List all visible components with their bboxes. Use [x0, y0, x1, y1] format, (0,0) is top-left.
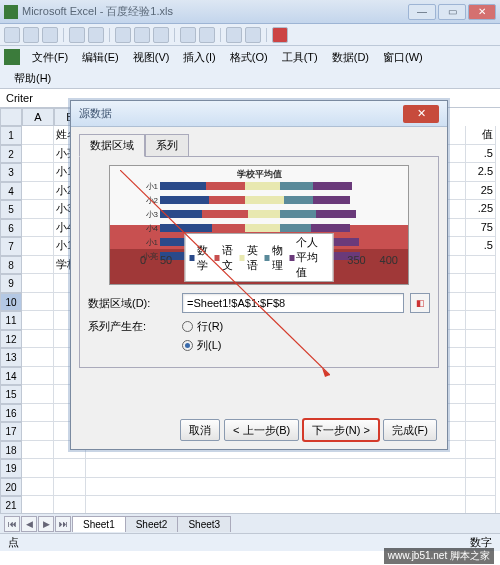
row-header[interactable]: 8	[0, 256, 22, 275]
cell[interactable]	[466, 422, 496, 441]
minimize-button[interactable]: —	[408, 4, 436, 20]
cell[interactable]	[86, 459, 466, 478]
new-icon[interactable]	[4, 27, 20, 43]
cell[interactable]	[466, 385, 496, 404]
row-header[interactable]: 20	[0, 478, 22, 497]
cell[interactable]	[22, 237, 54, 256]
menu-file[interactable]: 文件(F)	[26, 48, 74, 67]
sheet-tab[interactable]: Sheet3	[177, 516, 231, 532]
menu-window[interactable]: 窗口(W)	[377, 48, 429, 67]
cell[interactable]	[22, 348, 54, 367]
paste-icon[interactable]	[153, 27, 169, 43]
back-button[interactable]: < 上一步(B)	[224, 419, 299, 441]
dialog-close-button[interactable]: ✕	[403, 105, 439, 123]
cell[interactable]	[86, 478, 466, 497]
sheet-tab[interactable]: Sheet1	[72, 516, 126, 532]
cell[interactable]	[22, 385, 54, 404]
sheet-tab[interactable]: Sheet2	[125, 516, 179, 532]
cell[interactable]: 值	[466, 126, 496, 145]
tab-nav-first-icon[interactable]: ⏮	[4, 516, 20, 532]
undo-icon[interactable]	[180, 27, 196, 43]
cell[interactable]	[22, 256, 54, 275]
menu-data[interactable]: 数据(D)	[326, 48, 375, 67]
row-header[interactable]: 18	[0, 441, 22, 460]
menu-format[interactable]: 格式(O)	[224, 48, 274, 67]
cell[interactable]	[22, 200, 54, 219]
cell[interactable]	[54, 459, 86, 478]
row-header[interactable]: 9	[0, 274, 22, 293]
cell[interactable]: 75	[466, 219, 496, 238]
row-header[interactable]: 14	[0, 367, 22, 386]
cell[interactable]	[466, 274, 496, 293]
tab-nav-last-icon[interactable]: ⏭	[55, 516, 71, 532]
cell[interactable]	[22, 441, 54, 460]
cell[interactable]	[466, 256, 496, 275]
sort-icon[interactable]	[226, 27, 242, 43]
cell[interactable]	[466, 459, 496, 478]
next-button[interactable]: 下一步(N) >	[303, 419, 379, 441]
sum-icon[interactable]	[245, 27, 261, 43]
row-header[interactable]: 2	[0, 145, 22, 164]
cell[interactable]	[466, 441, 496, 460]
select-all-corner[interactable]	[0, 108, 22, 126]
cancel-button[interactable]: 取消	[180, 419, 220, 441]
row-header[interactable]: 6	[0, 219, 22, 238]
cell[interactable]	[54, 478, 86, 497]
cell[interactable]: .5	[466, 237, 496, 256]
cell[interactable]	[22, 459, 54, 478]
font-color-icon[interactable]	[272, 27, 288, 43]
cell[interactable]	[22, 478, 54, 497]
data-range-input[interactable]	[182, 293, 404, 313]
row-header[interactable]: 15	[0, 385, 22, 404]
save-icon[interactable]	[42, 27, 58, 43]
radio-columns[interactable]: 列(L)	[182, 338, 223, 353]
row-header[interactable]: 16	[0, 404, 22, 423]
cell[interactable]	[466, 367, 496, 386]
cell[interactable]	[466, 478, 496, 497]
copy-icon[interactable]	[134, 27, 150, 43]
cell[interactable]	[22, 496, 54, 515]
row-header[interactable]: 13	[0, 348, 22, 367]
cell[interactable]	[86, 496, 466, 515]
cell[interactable]	[22, 330, 54, 349]
tab-nav-next-icon[interactable]: ▶	[38, 516, 54, 532]
row-header[interactable]: 5	[0, 200, 22, 219]
cell[interactable]	[466, 293, 496, 312]
print-icon[interactable]	[69, 27, 85, 43]
row-header[interactable]: 19	[0, 459, 22, 478]
cell[interactable]	[22, 145, 54, 164]
name-box[interactable]: Criter	[6, 92, 33, 104]
menu-edit[interactable]: 编辑(E)	[76, 48, 125, 67]
row-header[interactable]: 17	[0, 422, 22, 441]
cell[interactable]	[22, 219, 54, 238]
row-header[interactable]: 4	[0, 182, 22, 201]
cell[interactable]	[22, 367, 54, 386]
row-header[interactable]: 11	[0, 311, 22, 330]
cell[interactable]: 25	[466, 182, 496, 201]
cell[interactable]	[54, 496, 86, 515]
menu-help[interactable]: 帮助(H)	[8, 69, 57, 88]
cell[interactable]	[22, 274, 54, 293]
row-header[interactable]: 21	[0, 496, 22, 515]
redo-icon[interactable]	[199, 27, 215, 43]
dialog-titlebar[interactable]: 源数据 ✕	[71, 101, 447, 127]
col-header[interactable]: A	[22, 108, 54, 126]
tab-data-range[interactable]: 数据区域	[79, 134, 145, 157]
menu-view[interactable]: 视图(V)	[127, 48, 176, 67]
cell[interactable]	[466, 311, 496, 330]
tab-nav-prev-icon[interactable]: ◀	[21, 516, 37, 532]
cell[interactable]: 2.5	[466, 163, 496, 182]
radio-rows[interactable]: 行(R)	[182, 319, 223, 334]
cell[interactable]	[466, 404, 496, 423]
range-collapse-button[interactable]: ◧	[410, 293, 430, 313]
open-icon[interactable]	[23, 27, 39, 43]
cell[interactable]	[22, 163, 54, 182]
cell[interactable]	[466, 496, 496, 515]
row-header[interactable]: 1	[0, 126, 22, 145]
cell[interactable]	[466, 330, 496, 349]
menu-tools[interactable]: 工具(T)	[276, 48, 324, 67]
maximize-button[interactable]: ▭	[438, 4, 466, 20]
close-button[interactable]: ✕	[468, 4, 496, 20]
row-header[interactable]: 7	[0, 237, 22, 256]
row-header[interactable]: 12	[0, 330, 22, 349]
